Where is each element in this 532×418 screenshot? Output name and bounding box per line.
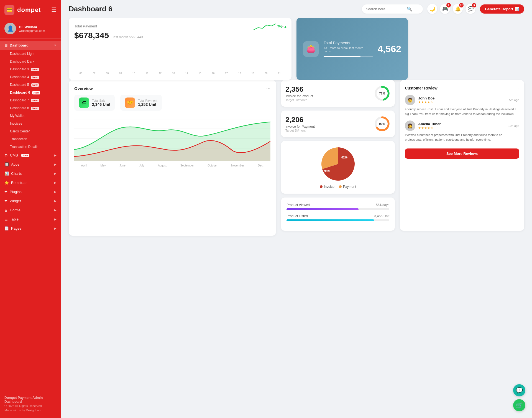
sidebar-item-dashboard-5[interactable]: Dashboard 5 New xyxy=(6,81,61,89)
sidebar-item-plugins[interactable]: ❤Plugins ▶ xyxy=(0,187,61,196)
hamburger-icon[interactable]: ☰ xyxy=(51,7,57,13)
review-item-1: 👩 Amelia Tuner ★★★★☆ 10h ago I viewed a … xyxy=(405,120,519,142)
invoice-payment-target: Target 3k/month xyxy=(285,129,315,132)
review-stars-0: ★★★★☆ xyxy=(418,100,434,104)
sidebar-item-dashboard-7[interactable]: Dashboard 7 New xyxy=(6,96,61,104)
blue-card-info: Total Payments 431 more to break last mo… xyxy=(324,41,373,57)
top-row: Total Payment ··· $678,345 last month $5… xyxy=(69,18,524,80)
legend-invoice: Invoice xyxy=(320,185,334,189)
trend-sparkline xyxy=(254,22,276,31)
sale-icon: 🏷 xyxy=(79,98,89,108)
blue-card-sub: 431 more to break last month record xyxy=(324,46,373,53)
payment-icon: 🤝 xyxy=(125,98,135,108)
logo-text: dompet xyxy=(17,6,41,14)
sidebar-item-dashboard-dark[interactable]: Dashboard Dark xyxy=(6,58,61,65)
see-more-reviews-button[interactable]: See More Reviews xyxy=(405,148,519,159)
sidebar-item-my-wallet[interactable]: My Wallet xyxy=(6,112,61,120)
footer-brand: Dompet Payment Admin Dashboard xyxy=(4,396,57,404)
overview-menu[interactable]: ··· xyxy=(266,86,270,91)
review-name-1: Amelia Tuner xyxy=(418,122,441,126)
sidebar: 💳 dompet ☰ 👤 Hi, William william@gmail.c… xyxy=(0,0,61,418)
sidebar-item-dashboard-3[interactable]: Dashboard 3 New xyxy=(6,65,61,73)
messages-button[interactable]: 💬 5 xyxy=(466,4,475,14)
invoice-payment-card: 2,206 Invoice for Payment Target 3k/mont… xyxy=(281,111,395,137)
total-payment-card: Total Payment ··· $678,345 last month $5… xyxy=(69,18,291,80)
invoice-product-donut: 71% xyxy=(374,85,390,102)
area-chart-svg xyxy=(74,114,270,163)
total-payments-blue-card: 👛 Total Payments 431 more to break last … xyxy=(296,18,408,80)
pie-chart-wrap: 62% 38% xyxy=(286,146,390,182)
product-viewed-label: Product Viewed xyxy=(287,203,310,207)
product-viewed-bar xyxy=(287,208,389,210)
overview-title: Overview xyxy=(74,86,93,91)
payment-last-month: last month $563,443 xyxy=(113,35,143,39)
product-viewed-stat: Product Viewed 561/days xyxy=(287,203,389,210)
apps-button[interactable]: 🎮 2 xyxy=(440,4,450,14)
legend-dot-invoice xyxy=(320,185,323,188)
payment-amount: $678,345 xyxy=(74,31,109,40)
total-sale-label: Total Sale xyxy=(92,99,110,102)
sidebar-item-pages[interactable]: 📄Pages ▶ xyxy=(0,224,61,233)
blue-card-progress xyxy=(324,56,373,57)
search-input[interactable] xyxy=(366,7,405,11)
sidebar-item-invoices[interactable]: Invoices xyxy=(6,120,61,127)
theme-toggle-button[interactable]: 🌙 xyxy=(427,4,437,14)
cms-icon: ⚙ xyxy=(4,153,8,157)
generate-report-button[interactable]: Generate Report 📊 xyxy=(480,4,524,14)
invoice-payment-label: Invoice for Payment xyxy=(285,125,315,129)
sidebar-item-bootstrap[interactable]: ⭐Bootstrap ▶ xyxy=(0,178,61,187)
donut-label-product: 71% xyxy=(379,92,385,95)
search-bar[interactable]: 🔍 xyxy=(362,4,423,14)
invoice-product-num: 2,356 xyxy=(285,85,313,94)
plugins-icon: ❤ xyxy=(4,190,7,194)
sidebar-item-dashboard-4[interactable]: Dashboard 4 New xyxy=(6,73,61,81)
product-viewed-fill xyxy=(287,208,359,210)
sidebar-item-cards-center[interactable]: Cards Center xyxy=(6,127,61,135)
review-menu[interactable]: ··· xyxy=(515,85,519,91)
review-text-0: Friendly service Josh, Lunar and everyon… xyxy=(405,107,519,116)
sidebar-item-cms[interactable]: ⚙CMS New ▶ xyxy=(0,151,61,160)
search-icon: 🔍 xyxy=(407,6,412,12)
sidebar-item-dashboard-6[interactable]: Dashboard 6 New xyxy=(6,89,61,96)
legend-payment: Payment xyxy=(339,185,356,189)
sidebar-user: 👤 Hi, William william@gmail.com xyxy=(0,20,61,39)
review-avatar-1: 👩 xyxy=(405,120,415,131)
avatar: 👤 xyxy=(4,23,16,34)
cart-float-button[interactable]: 🛒 xyxy=(513,399,525,411)
pages-icon: 📄 xyxy=(4,226,9,230)
sidebar-item-transaction[interactable]: Transaction xyxy=(6,135,61,143)
chat-float-button[interactable]: 💬 xyxy=(513,384,525,396)
chart-x-labels: April May June July August September Oct… xyxy=(74,164,270,167)
overview-card: Overview ··· 🏷 Total Sale 2,346 Unit 🤝 xyxy=(69,80,276,236)
review-name-0: John Doe xyxy=(418,96,434,100)
product-listed-label: Product Listed xyxy=(287,214,308,218)
sidebar-item-dashboard-light[interactable]: Dashboard Light xyxy=(6,50,61,58)
trend-arrow: ▲ xyxy=(284,25,287,29)
progress-fill xyxy=(324,56,360,57)
notifications-button[interactable]: 🔔 12 xyxy=(453,4,463,14)
dashboard-arrow: ▼ xyxy=(54,44,57,47)
sidebar-item-widget[interactable]: ❤Widget ▶ xyxy=(0,196,61,206)
user-email: william@gmail.com xyxy=(19,29,45,32)
pie-chart-svg: 62% 38% xyxy=(317,146,359,182)
sidebar-item-dashboard-8[interactable]: Dashboard 8 New xyxy=(6,104,61,112)
sidebar-item-apps[interactable]: 🔲Apps ▶ xyxy=(0,160,61,169)
trend-pct: 7% xyxy=(277,25,282,29)
sidebar-item-table[interactable]: ☰Table ▶ xyxy=(0,215,61,224)
wallet-icon: 👛 xyxy=(303,41,319,57)
overview-chart xyxy=(74,114,270,163)
review-stars-1: ★★★★☆ xyxy=(418,126,441,130)
user-info: Hi, William william@gmail.com xyxy=(19,25,45,32)
sidebar-item-transaction-details[interactable]: Transaction Details xyxy=(6,143,61,151)
sidebar-item-charts[interactable]: 📊Charts ▶ xyxy=(0,169,61,178)
charts-icon: 📊 xyxy=(4,171,9,176)
sidebar-logo: 💳 dompet ☰ xyxy=(0,0,61,20)
legend-dot-payment xyxy=(339,185,342,188)
main-area: Dashboard 6 🔍 🌙 🎮 2 🔔 12 💬 5 Generate Re… xyxy=(61,0,532,418)
logo-icon: 💳 xyxy=(4,5,14,15)
sidebar-item-dashboard[interactable]: ⊞ Dashboard ▼ xyxy=(0,41,61,50)
sidebar-item-forms[interactable]: 🖨Forms ▶ xyxy=(0,206,61,215)
donut-label-payment: 90% xyxy=(379,122,385,125)
user-name: Hi, William xyxy=(19,25,45,29)
product-listed-fill xyxy=(287,219,374,221)
